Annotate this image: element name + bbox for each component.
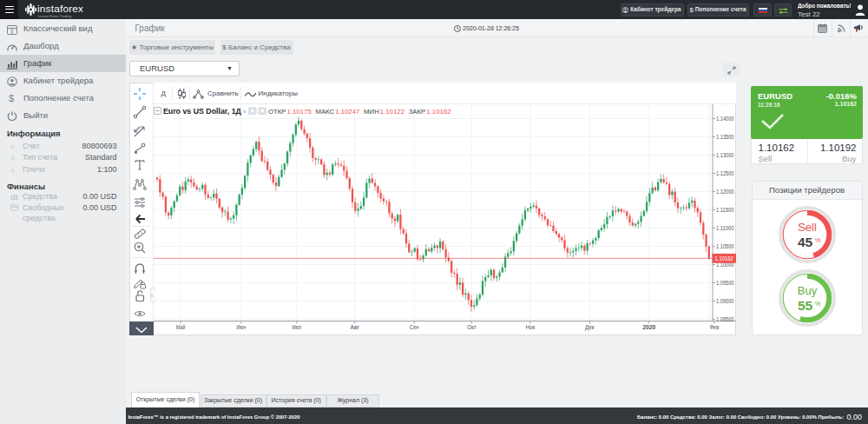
svg-text:1.11000: 1.11000 [716, 225, 734, 231]
svg-text:1.10500: 1.10500 [716, 243, 734, 249]
svg-text:1.09000: 1.09000 [716, 298, 734, 304]
svg-text:Май: Май [175, 324, 185, 330]
svg-text:Сен: Сен [409, 324, 418, 330]
svg-text:%: % [814, 236, 820, 244]
svg-text:1.08500: 1.08500 [716, 316, 734, 322]
svg-text:2020: 2020 [642, 324, 655, 330]
svg-text:Buy: Buy [797, 284, 817, 297]
svg-text:1.12500: 1.12500 [716, 170, 734, 176]
svg-text:1.14000: 1.14000 [716, 116, 734, 122]
svg-text:55: 55 [797, 298, 812, 313]
svg-text:Июл: Июл [292, 324, 301, 330]
svg-text:Ноя: Ноя [525, 324, 535, 330]
svg-text:%: % [814, 300, 820, 308]
svg-text:Окт: Окт [467, 324, 477, 330]
svg-text:1.10162: 1.10162 [714, 255, 733, 262]
svg-text:1.13500: 1.13500 [716, 134, 734, 140]
svg-text:1.11500: 1.11500 [716, 207, 734, 213]
svg-text:Фев: Фев [709, 324, 719, 330]
svg-text:45: 45 [797, 235, 812, 249]
svg-text:Sell: Sell [798, 221, 817, 234]
svg-text:Июн: Июн [236, 324, 246, 330]
svg-text:Авг: Авг [350, 324, 359, 330]
svg-text:1.13000: 1.13000 [716, 152, 734, 158]
svg-text:1.12000: 1.12000 [716, 189, 734, 195]
svg-text:1.09500: 1.09500 [716, 280, 734, 286]
svg-text:Дек: Дек [585, 324, 595, 331]
